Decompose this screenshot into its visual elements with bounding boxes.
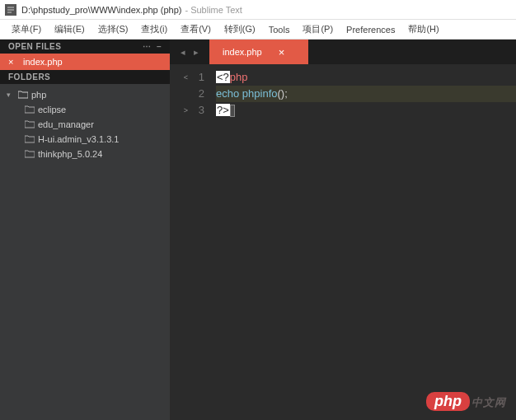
line-number: 1 <box>193 69 204 86</box>
tree-root-label: php <box>31 90 46 100</box>
tree-item-label: eclipse <box>38 105 66 114</box>
folder-icon <box>25 135 35 143</box>
tab-nav: ◂ ▸ <box>170 40 209 64</box>
code-area[interactable]: < 1 2 > 3 <?phpecho phpinfo();?> <box>170 64 516 420</box>
titlebar: D:\phpstudy_pro\WWW\index.php (php) - Su… <box>0 0 516 20</box>
chevron-down-icon[interactable]: ▾ <box>7 91 15 99</box>
open-files-actions: ⋯ – <box>143 42 162 51</box>
text-cursor <box>230 105 235 117</box>
line-number: 3 <box>193 102 204 119</box>
tree-item-label: edu_manager <box>38 119 94 129</box>
tab-bar: ◂ ▸ index.php × <box>170 40 516 64</box>
tree-item[interactable]: eclipse <box>0 102 170 117</box>
open-file-item[interactable]: × index.php <box>0 54 170 70</box>
close-icon[interactable]: × <box>279 46 285 58</box>
menu-help[interactable]: 帮助(H) <box>403 21 443 37</box>
tab-next-icon[interactable]: ▸ <box>194 47 199 58</box>
folder-icon <box>25 150 35 158</box>
sidebar: OPEN FILES ⋯ – × index.php FOLDERS ▾ php… <box>0 40 170 420</box>
menu-project[interactable]: 项目(P) <box>298 21 338 37</box>
folder-open-icon <box>18 91 28 99</box>
menu-tools[interactable]: Tools <box>264 23 295 36</box>
menu-select[interactable]: 选择(S) <box>93 21 134 37</box>
gutter-line: < 1 <box>170 69 204 86</box>
folder-icon <box>25 120 35 128</box>
tab-prev-icon[interactable]: ◂ <box>181 47 185 58</box>
fold-marker-icon[interactable]: < <box>181 69 188 86</box>
code-line[interactable]: ?> <box>216 102 516 119</box>
watermark-pill: php <box>426 392 470 411</box>
editor-area: ◂ ▸ index.php × < 1 2 > 3 <box>170 40 516 420</box>
folder-icon <box>25 105 35 114</box>
code-line[interactable]: echo phpinfo(); <box>216 86 516 102</box>
tree-root[interactable]: ▾ php <box>0 87 170 102</box>
folders-header: FOLDERS <box>0 70 170 84</box>
tree-item[interactable]: H-ui.admin_v3.1.3.1 <box>0 132 170 147</box>
window-title-app: - Sublime Text <box>185 5 242 15</box>
code-line[interactable]: <?php <box>216 69 516 86</box>
tree-item[interactable]: edu_manager <box>0 117 170 132</box>
open-files-label: OPEN FILES <box>8 42 61 51</box>
tree-item[interactable]: thinkphp_5.0.24 <box>0 147 170 161</box>
code-content[interactable]: <?phpecho phpinfo();?> <box>209 64 516 420</box>
menu-goto[interactable]: 转到(G) <box>219 21 260 37</box>
close-icon[interactable]: × <box>8 57 18 67</box>
app-icon <box>5 4 16 16</box>
menu-find[interactable]: 查找(i) <box>136 21 172 37</box>
watermark-text: 中文网 <box>471 396 506 408</box>
gutter-line: > 3 <box>170 102 204 119</box>
menu-view[interactable]: 查看(V) <box>176 21 216 37</box>
menu-edit[interactable]: 编辑(E) <box>49 21 90 37</box>
menu-file[interactable]: 菜单(F) <box>7 21 46 37</box>
fold-marker-icon[interactable]: > <box>181 102 188 119</box>
line-number: 2 <box>193 86 204 102</box>
window-title-path: D:\phpstudy_pro\WWW\index.php (php) <box>21 5 181 15</box>
main-area: OPEN FILES ⋯ – × index.php FOLDERS ▾ php… <box>0 40 516 420</box>
menu-preferences[interactable]: Preferences <box>341 23 400 36</box>
action-icon[interactable]: ⋯ <box>143 42 152 51</box>
tab-active[interactable]: index.php × <box>209 40 308 64</box>
tree-item-label: H-ui.admin_v3.1.3.1 <box>38 134 119 144</box>
tree-item-label: thinkphp_5.0.24 <box>38 149 102 159</box>
folder-tree: ▾ php eclipse edu_manager H-ui.admin_v3.… <box>0 84 170 165</box>
open-file-name: index.php <box>23 57 63 67</box>
open-files-header: OPEN FILES ⋯ – <box>0 40 170 54</box>
action-icon[interactable]: – <box>157 42 162 51</box>
gutter-line: 2 <box>170 86 204 102</box>
folders-label: FOLDERS <box>8 72 50 82</box>
menubar: 菜单(F) 编辑(E) 选择(S) 查找(i) 查看(V) 转到(G) Tool… <box>0 20 516 40</box>
gutter: < 1 2 > 3 <box>170 64 209 420</box>
tab-label: index.php <box>223 47 262 57</box>
watermark: php中文网 <box>426 393 506 410</box>
